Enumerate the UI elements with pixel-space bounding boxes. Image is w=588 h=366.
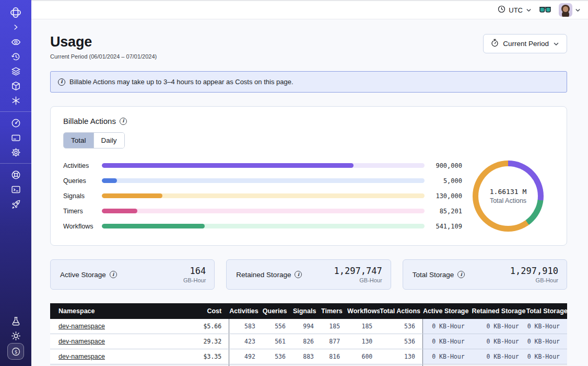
bar-label: Queries [63, 177, 102, 185]
storage-card-label: Total Storage [413, 271, 454, 279]
cube-icon[interactable] [7, 78, 25, 93]
info-icon: i [58, 78, 65, 86]
cost-cell: 29.32 [193, 334, 229, 349]
timers-cell: 185 [321, 319, 347, 334]
bar-row-signals: Signals 130,000 [63, 188, 462, 203]
bar-value: 85,201 [425, 208, 462, 215]
page-subtitle: Current Period (06/01/2024 – 07/01/2024) [50, 53, 157, 60]
signals-cell: 994 [293, 319, 321, 334]
info-icon[interactable]: i [295, 271, 302, 278]
signals-cell: 883 [293, 349, 321, 364]
view-toggle: Total Daily [63, 132, 125, 148]
bar-row-timers: Timers 85,201 [63, 203, 462, 219]
billable-actions-bar-chart: Activities 900,000 Queries 5,000 Signals [63, 158, 462, 234]
namespace-link[interactable]: dev-namespace [58, 338, 105, 345]
table-row-partial [50, 364, 567, 366]
terminal-icon[interactable] [7, 182, 25, 197]
sidebar-divider [0, 111, 31, 112]
workflows-cell: 185 [347, 319, 380, 334]
tab-total[interactable]: Total [64, 133, 93, 148]
period-dropdown-button[interactable]: Current Period [483, 34, 567, 53]
main-area: UTC Usage Current Period (06 [31, 0, 588, 366]
column-header: Total Actions [380, 303, 422, 319]
dollar-coin-icon[interactable]: $ [7, 343, 24, 360]
column-header: Cost [193, 303, 229, 319]
rocket-icon[interactable] [7, 197, 25, 211]
timers-cell: 816 [321, 349, 347, 364]
storage-card-value: 164 [183, 266, 206, 276]
total-storage-card: Total Storage i 1,297,910 GB-Hour [403, 259, 567, 290]
chevron-down-icon [575, 7, 581, 13]
sun-icon[interactable] [7, 328, 25, 343]
billable-actions-card: Billable Actions i Total Daily Activitie… [50, 106, 567, 246]
bar-fill [102, 193, 162, 198]
queries-cell: 561 [263, 334, 293, 349]
info-icon[interactable]: i [457, 271, 465, 278]
chevron-down-icon [553, 41, 559, 47]
storage-card-label: Retained Storage [236, 271, 291, 279]
table-row: dev-namespace $3.35 492 536 883 816 600 … [50, 349, 567, 364]
storage-summary-row: Active Storage i 164 GB-Hour Retained St… [50, 259, 567, 290]
active-storage-cell: 0 KB-Hour [422, 319, 472, 334]
lifebuoy-icon[interactable] [7, 167, 25, 182]
timers-cell: 877 [321, 334, 347, 349]
active-storage-card: Active Storage i 164 GB-Hour [50, 259, 215, 290]
total-storage-cell: 0 KB-Hour [526, 319, 567, 334]
info-banner: i Billable Actions may take up to 3–4 ho… [50, 71, 567, 93]
page-title: Usage [50, 34, 157, 50]
bar-fill [102, 163, 354, 168]
sidebar-bottom-group: $ [7, 314, 25, 360]
cost-cell: $3.35 [193, 349, 229, 364]
asterisk-icon[interactable] [7, 93, 25, 108]
storage-card-label: Active Storage [60, 271, 106, 279]
bar-value: 900,000 [425, 162, 462, 169]
total-actions-cell: 536 [380, 319, 422, 334]
gear-icon[interactable] [7, 145, 25, 159]
retained-storage-cell: 0 KB-Hour [472, 319, 526, 334]
total-storage-cell: 0 KB-Hour [526, 349, 567, 364]
gauge-icon[interactable] [7, 116, 25, 130]
table-header-row: Namespace Cost Activities Queries Signal… [50, 303, 567, 319]
column-header: Total Storage [526, 303, 567, 319]
eye-icon[interactable] [7, 35, 25, 49]
credit-card-icon[interactable] [7, 130, 25, 145]
history-icon[interactable] [7, 49, 25, 64]
bar-label: Timers [63, 208, 102, 215]
signals-cell: 826 [293, 334, 321, 349]
column-header: Queries [263, 303, 293, 319]
column-header: Active Storage [422, 303, 472, 319]
account-menu[interactable] [559, 3, 581, 17]
flask-icon[interactable] [7, 314, 25, 328]
retained-storage-cell: 0 KB-Hour [472, 349, 526, 364]
info-banner-text: Billable Actions may take up to 3–4 hour… [69, 78, 293, 86]
bar-value: 541,109 [425, 223, 462, 230]
sidebar-divider [0, 163, 31, 164]
chevron-down-icon [526, 7, 532, 13]
storage-card-unit: GB-Hour [334, 277, 382, 283]
column-header: Signals [293, 303, 321, 319]
glasses-icon[interactable] [539, 6, 551, 14]
top-bar: UTC [31, 0, 588, 19]
activities-cell: 492 [229, 349, 263, 364]
temporal-logo-icon[interactable] [7, 5, 25, 20]
layers-icon[interactable] [7, 64, 25, 78]
queries-cell: 556 [263, 319, 293, 334]
namespace-link[interactable]: dev-namespace [58, 353, 105, 360]
bar-fill [102, 209, 137, 213]
bar-value: 130,000 [425, 192, 462, 200]
active-storage-cell: 0 KB-Hour [422, 334, 472, 349]
billable-actions-title: Billable Actions [63, 117, 116, 125]
queries-cell: 536 [263, 349, 293, 364]
timezone-selector[interactable]: UTC [498, 5, 532, 15]
total-actions-cell: 536 [380, 334, 422, 349]
info-icon[interactable]: i [110, 271, 117, 278]
app-window: $ UTC [0, 0, 588, 366]
bar-fill [102, 224, 205, 228]
tab-daily[interactable]: Daily [93, 133, 124, 148]
bar-label: Activities [63, 162, 102, 169]
info-icon[interactable]: i [120, 118, 127, 125]
namespace-link[interactable]: dev-namespace [58, 323, 105, 330]
collapse-chevron-icon[interactable] [7, 20, 25, 35]
bar-label: Signals [63, 192, 102, 200]
active-storage-cell: 0 KB-Hour [422, 349, 472, 364]
